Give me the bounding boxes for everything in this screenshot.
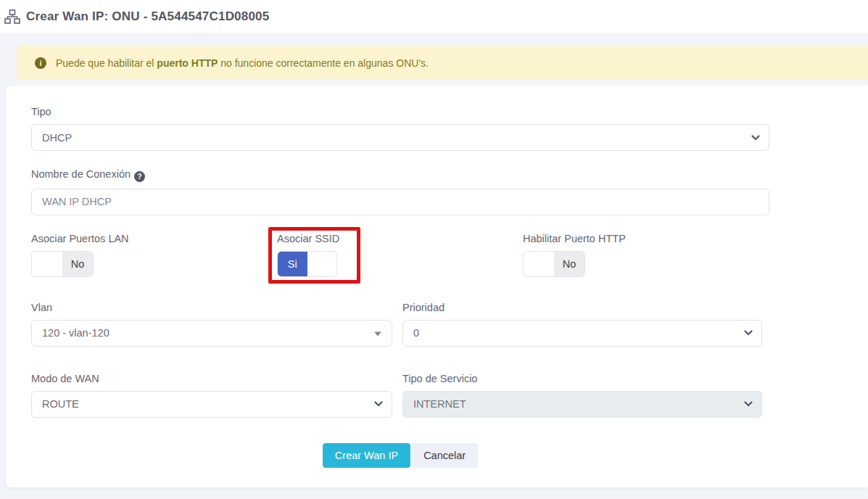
crear-wan-ip-button[interactable]: Crear Wan IP bbox=[323, 443, 410, 468]
tipo-servicio-selected-value: INTERNET bbox=[413, 398, 466, 410]
asociar-puertos-lan-toggle[interactable]: No bbox=[31, 251, 94, 277]
modo-wan-selected-value: ROUTE bbox=[42, 398, 79, 410]
habilitar-puerto-http-label: Habilitar Puerto HTTP bbox=[523, 233, 769, 244]
asociar-ssid-toggle[interactable]: Si bbox=[277, 251, 337, 277]
vlan-group: Vlan 120 - vlan-120 bbox=[31, 302, 392, 347]
asociar-ssid-label: Asociar SSID bbox=[277, 233, 523, 244]
prioridad-group: Prioridad 0 bbox=[402, 302, 762, 347]
tipo-select[interactable]: DHCP bbox=[31, 124, 769, 151]
chevron-down-icon bbox=[374, 401, 383, 407]
habilitar-puerto-http-toggle[interactable]: No bbox=[523, 251, 585, 277]
toggle-state-label: No bbox=[62, 252, 93, 276]
prioridad-select[interactable]: 0 bbox=[402, 320, 762, 347]
alert-text: Puede que habilitar el puerto HTTP no fu… bbox=[56, 57, 429, 69]
tipo-servicio-select: INTERNET bbox=[402, 391, 762, 418]
modo-wan-label: Modo de WAN bbox=[31, 373, 392, 384]
vlan-label: Vlan bbox=[31, 302, 392, 313]
http-port-warning-alert: i Puede que habilitar el puerto HTTP no … bbox=[17, 46, 868, 80]
sitemap-icon bbox=[4, 9, 20, 24]
tipo-servicio-label: Tipo de Servicio bbox=[402, 373, 762, 384]
prioridad-selected-value: 0 bbox=[413, 327, 419, 339]
tipo-selected-value: DHCP bbox=[42, 132, 72, 144]
tipo-servicio-group: Tipo de Servicio INTERNET bbox=[402, 373, 762, 418]
page-title: Crear Wan IP: ONU - 5A544547C1D08005 bbox=[26, 9, 269, 24]
toggle-state-label: Si bbox=[278, 252, 307, 276]
nombre-conexion-label: Nombre de Conexión? bbox=[31, 168, 769, 182]
vlan-selected-value: 120 - vlan-120 bbox=[42, 327, 109, 339]
nombre-conexion-input[interactable] bbox=[42, 196, 759, 207]
toggle-state-label: No bbox=[554, 252, 584, 276]
prioridad-label: Prioridad bbox=[402, 302, 762, 313]
page-header: Crear Wan IP: ONU - 5A544547C1D08005 bbox=[0, 0, 868, 33]
info-circle-icon: i bbox=[35, 57, 46, 69]
chevron-down-icon bbox=[744, 401, 753, 407]
nombre-conexion-field bbox=[31, 189, 769, 215]
asociar-ssid-group: Asociar SSID Si bbox=[277, 233, 523, 277]
tipo-label: Tipo bbox=[31, 106, 769, 117]
modo-wan-select[interactable]: ROUTE bbox=[31, 391, 392, 418]
vlan-select[interactable]: 120 - vlan-120 bbox=[31, 320, 392, 347]
asociar-puertos-lan-group: Asociar Puertos LAN No bbox=[31, 233, 277, 277]
create-wan-form-card: Tipo DHCP Nombre de Conexión? Asociar Pu… bbox=[6, 86, 868, 487]
cancelar-button[interactable]: Cancelar bbox=[411, 443, 478, 468]
modo-wan-group: Modo de WAN ROUTE bbox=[31, 373, 392, 418]
habilitar-puerto-http-group: Habilitar Puerto HTTP No bbox=[523, 233, 769, 277]
chevron-down-icon bbox=[751, 135, 760, 141]
chevron-down-icon bbox=[744, 330, 753, 336]
dropdown-triangle-icon bbox=[374, 332, 381, 337]
question-circle-icon[interactable]: ? bbox=[134, 171, 145, 182]
asociar-puertos-lan-label: Asociar Puertos LAN bbox=[31, 233, 277, 244]
